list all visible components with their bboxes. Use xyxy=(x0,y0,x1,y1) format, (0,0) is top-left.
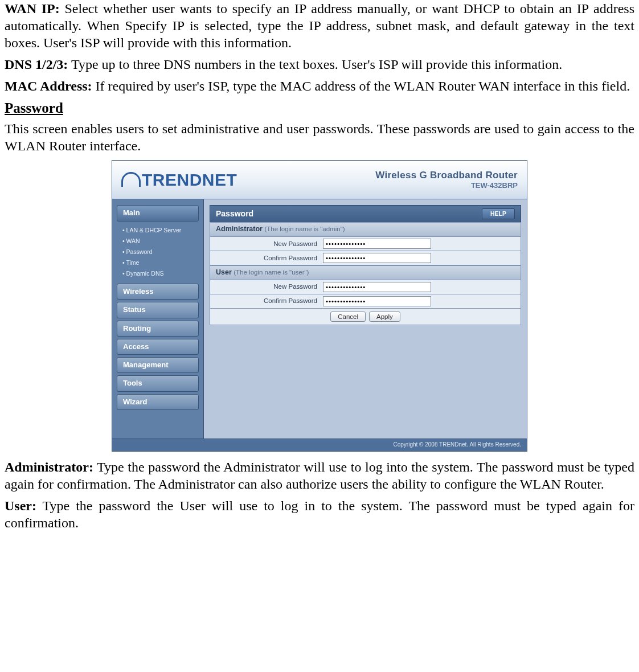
label-admin-confirmpw: Confirm Password xyxy=(215,254,323,262)
para-wan-ip: WAN IP: Select whether user wants to spe… xyxy=(5,0,634,51)
nav-wizard[interactable]: Wizard xyxy=(117,394,199,410)
group-admin-header: Administrator (The login name is "admin"… xyxy=(210,222,521,237)
text-wan-ip: Select whether user wants to specify an … xyxy=(5,1,634,50)
brand-text: TRENDNET xyxy=(142,170,237,189)
router-body: Main LAN & DHCP Server WAN Password Time… xyxy=(112,199,527,439)
row-user-newpw: New Password xyxy=(210,280,521,294)
help-button[interactable]: HELP xyxy=(482,208,515,219)
para-admin: Administrator: Type the password the Adm… xyxy=(5,458,634,493)
label-user-newpw: New Password xyxy=(215,282,323,290)
nav-sub-lan-dhcp[interactable]: LAN & DHCP Server xyxy=(122,225,199,236)
apply-button[interactable]: Apply xyxy=(369,312,400,322)
input-admin-newpw[interactable] xyxy=(323,239,431,249)
nav-main-subitems: LAN & DHCP Server WAN Password Time Dyna… xyxy=(117,224,199,284)
logo-arc-icon xyxy=(121,172,141,187)
router-footer: Copyright © 2008 TRENDnet. All Rights Re… xyxy=(112,439,527,451)
nav-access[interactable]: Access xyxy=(117,339,199,355)
nav-status[interactable]: Status xyxy=(117,302,199,318)
group-user-label: User xyxy=(216,268,232,276)
router-ui-frame: TRENDNET Wireless G Broadband Router TEW… xyxy=(112,160,527,452)
router-header: TRENDNET Wireless G Broadband Router TEW… xyxy=(112,161,527,199)
label-user: User: xyxy=(5,498,36,513)
label-admin-newpw: New Password xyxy=(215,240,323,248)
label-admin: Administrator: xyxy=(5,460,93,474)
row-user-confirmpw: Confirm Password xyxy=(210,294,521,309)
para-mac: MAC Address: If required by user's ISP, … xyxy=(5,77,634,95)
label-dns: DNS 1/2/3: xyxy=(5,57,68,72)
text-user: Type the password the User will use to l… xyxy=(5,498,634,530)
group-admin-label: Administrator xyxy=(216,225,263,233)
panel-titlebar: Password HELP xyxy=(210,205,521,222)
input-admin-confirmpw[interactable] xyxy=(323,253,431,263)
input-user-newpw[interactable] xyxy=(323,282,431,292)
content-pane: Password HELP Administrator (The login n… xyxy=(203,199,527,439)
button-row: Cancel Apply xyxy=(210,309,521,325)
nav-sub-wan[interactable]: WAN xyxy=(122,236,199,247)
panel-title: Password xyxy=(216,209,253,219)
router-screenshot: TRENDNET Wireless G Broadband Router TEW… xyxy=(5,160,634,452)
group-user-header: User (The login name is "user") xyxy=(210,265,521,280)
input-user-confirmpw[interactable] xyxy=(323,296,431,306)
header-title: Wireless G Broadband Router xyxy=(375,169,518,181)
para-user: User: Type the password the User will us… xyxy=(5,497,634,531)
heading-password: Password xyxy=(5,99,634,117)
nav-main[interactable]: Main xyxy=(117,205,199,221)
nav-sub-password[interactable]: Password xyxy=(122,247,199,257)
text-admin: Type the password the Administrator will… xyxy=(5,460,634,491)
nav-sub-ddns[interactable]: Dynamic DNS xyxy=(122,268,199,279)
row-admin-confirmpw: Confirm Password xyxy=(210,251,521,265)
nav-tools[interactable]: Tools xyxy=(117,375,199,391)
para-password-intro: This screen enables users to set adminis… xyxy=(5,120,634,154)
nav-management[interactable]: Management xyxy=(117,357,199,373)
label-mac: MAC Address: xyxy=(5,79,92,93)
nav-wireless[interactable]: Wireless xyxy=(117,284,199,300)
nav-sub-time[interactable]: Time xyxy=(122,257,199,268)
label-wan-ip: WAN IP: xyxy=(5,1,60,16)
text-dns: Type up to three DNS numbers in the text… xyxy=(68,57,562,72)
header-right: Wireless G Broadband Router TEW-432BRP xyxy=(375,169,518,191)
group-admin-note: (The login name is "admin") xyxy=(264,226,345,232)
brand-logo: TRENDNET xyxy=(121,169,237,191)
row-admin-newpw: New Password xyxy=(210,237,521,251)
text-mac: If required by user's ISP, type the MAC … xyxy=(92,79,630,93)
cancel-button[interactable]: Cancel xyxy=(330,312,366,322)
para-dns: DNS 1/2/3: Type up to three DNS numbers … xyxy=(5,56,634,73)
sidebar: Main LAN & DHCP Server WAN Password Time… xyxy=(112,199,203,439)
group-user-note: (The login name is "user") xyxy=(234,269,309,276)
nav-routing[interactable]: Routing xyxy=(117,321,199,337)
header-model: TEW-432BRP xyxy=(375,181,518,190)
label-user-confirmpw: Confirm Password xyxy=(215,297,323,305)
